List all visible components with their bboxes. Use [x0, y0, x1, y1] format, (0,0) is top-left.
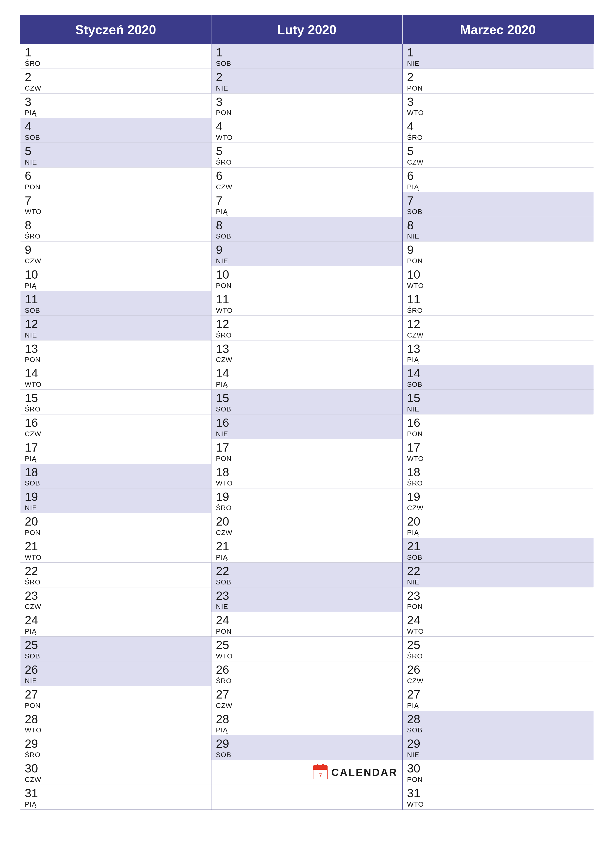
day-name-col2-day4: ŚRO [407, 133, 589, 141]
day-number-col1-day26: 26 [216, 663, 398, 676]
day-cell-col1-day20: 20CZW [211, 513, 403, 538]
day-name-col0-day30: CZW [25, 776, 207, 784]
day-cell-col2-day25: 25ŚRO [403, 637, 594, 661]
day-number-col0-day21: 21 [25, 540, 207, 553]
day-cell-col0-day28: 28WTO [20, 711, 211, 736]
day-cell-col0-day29: 29ŚRO [20, 735, 211, 760]
day-name-col2-day26: CZW [407, 677, 589, 685]
day-number-col0-day11: 11 [25, 293, 207, 306]
day-name-col0-day19: NIE [25, 504, 207, 512]
day-cell-col2-day6: 6PIĄ [403, 167, 594, 192]
day-name-col0-day21: WTO [25, 553, 207, 561]
day-number-col0-day24: 24 [25, 614, 207, 627]
day-number-col2-day11: 11 [407, 293, 589, 306]
day-number-col1-day14: 14 [216, 367, 398, 380]
day-number-col0-day3: 3 [25, 96, 207, 108]
day-name-col2-day9: PON [407, 257, 589, 265]
day-name-col0-day11: SOB [25, 307, 207, 315]
day-name-col1-day13: CZW [216, 356, 398, 364]
day-number-col0-day30: 30 [25, 762, 207, 775]
day-cell-col1-day23: 23NIE [211, 587, 403, 612]
day-name-col2-day25: ŚRO [407, 652, 589, 660]
empty-cell-col1-row30 [211, 785, 403, 810]
day-name-col1-day14: PIĄ [216, 381, 398, 389]
day-name-col2-day10: WTO [407, 282, 589, 290]
day-name-col1-day4: WTO [216, 133, 398, 141]
day-number-col2-day9: 9 [407, 243, 589, 257]
day-cell-col0-day15: 15ŚRO [20, 390, 211, 414]
day-name-col1-day29: SOB [216, 751, 398, 759]
day-name-col2-day20: PIĄ [407, 529, 589, 537]
day-number-col0-day27: 27 [25, 688, 207, 701]
day-name-col1-day2: NIE [216, 84, 398, 92]
day-name-col2-day21: SOB [407, 553, 589, 561]
day-number-col2-day6: 6 [407, 169, 589, 183]
day-name-col2-day31: WTO [407, 800, 589, 808]
day-name-col2-day6: PIĄ [407, 183, 589, 191]
day-number-col2-day10: 10 [407, 268, 589, 281]
day-cell-col2-day8: 8NIE [403, 217, 594, 242]
month-header-0: Styczeń 2020 [20, 16, 211, 44]
day-number-col2-day24: 24 [407, 614, 589, 627]
day-number-col1-day7: 7 [216, 194, 398, 207]
day-name-col0-day7: WTO [25, 208, 207, 216]
day-cell-col0-day24: 24PIĄ [20, 612, 211, 637]
day-number-col0-day10: 10 [25, 268, 207, 281]
day-name-col2-day14: SOB [407, 381, 589, 389]
day-cell-col1-day1: 1SOB [211, 44, 403, 69]
day-cell-col1-day10: 10PON [211, 266, 403, 291]
day-name-col2-day22: NIE [407, 578, 589, 586]
day-name-col0-day26: NIE [25, 677, 207, 685]
day-name-col2-day11: ŚRO [407, 307, 589, 315]
svg-rect-3 [314, 768, 327, 770]
day-number-col1-day24: 24 [216, 614, 398, 627]
day-number-col0-day22: 22 [25, 565, 207, 578]
day-cell-col2-day18: 18ŚRO [403, 464, 594, 489]
day-number-col0-day20: 20 [25, 515, 207, 528]
day-name-col0-day2: CZW [25, 84, 207, 92]
day-number-col2-day22: 22 [407, 565, 589, 578]
day-cell-col0-day11: 11SOB [20, 291, 211, 316]
day-cell-col0-day23: 23CZW [20, 587, 211, 612]
day-name-col1-day22: SOB [216, 578, 398, 586]
day-number-col1-day6: 6 [216, 169, 398, 183]
day-name-col1-day1: SOB [216, 60, 398, 68]
day-cell-col2-day17: 17WTO [403, 439, 594, 464]
day-number-col1-day10: 10 [216, 268, 398, 281]
day-number-col0-day9: 9 [25, 243, 207, 257]
day-name-col2-day17: WTO [407, 455, 589, 463]
day-number-col1-day27: 27 [216, 688, 398, 701]
day-cell-col2-day27: 27PIĄ [403, 686, 594, 711]
svg-rect-4 [317, 764, 319, 768]
day-number-col0-day26: 26 [25, 663, 207, 676]
day-number-col2-day13: 13 [407, 343, 589, 356]
day-number-col2-day25: 25 [407, 639, 589, 652]
day-number-col2-day19: 19 [407, 490, 589, 504]
day-number-col0-day29: 29 [25, 737, 207, 750]
day-name-col0-day17: PIĄ [25, 455, 207, 463]
day-cell-col1-day25: 25WTO [211, 637, 403, 661]
day-name-col1-day6: CZW [216, 183, 398, 191]
day-number-col0-day25: 25 [25, 639, 207, 652]
day-number-col0-day8: 8 [25, 219, 207, 232]
day-name-col0-day24: PIĄ [25, 628, 207, 636]
day-cell-col0-day8: 8ŚRO [20, 217, 211, 242]
day-name-col0-day28: WTO [25, 726, 207, 734]
day-number-col2-day4: 4 [407, 120, 589, 133]
day-cell-col2-day19: 19CZW [403, 488, 594, 513]
day-cell-col0-day31: 31PIĄ [20, 785, 211, 810]
day-name-col0-day18: SOB [25, 479, 207, 487]
day-cell-col1-day7: 7PIĄ [211, 192, 403, 217]
day-cell-col1-day15: 15SOB [211, 390, 403, 414]
day-cell-col1-day9: 9NIE [211, 242, 403, 266]
day-cell-col0-day7: 7WTO [20, 192, 211, 217]
day-number-col0-day2: 2 [25, 71, 207, 84]
day-name-col2-day23: PON [407, 603, 589, 611]
month-header-2: Marzec 2020 [403, 16, 594, 44]
day-cell-col1-day18: 18WTO [211, 464, 403, 489]
day-name-col1-day20: CZW [216, 529, 398, 537]
logo-text: CALENDAR [331, 767, 398, 778]
day-number-col1-day11: 11 [216, 293, 398, 306]
day-number-col0-day6: 6 [25, 169, 207, 183]
day-name-col1-day25: WTO [216, 652, 398, 660]
